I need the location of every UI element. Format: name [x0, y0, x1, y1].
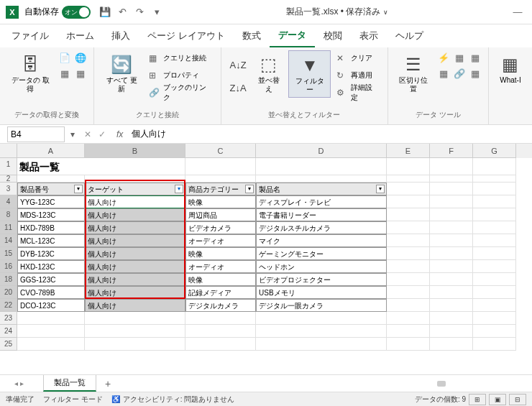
menu-file[interactable]: ファイル	[3, 25, 58, 47]
formula-input[interactable]: 個人向け	[127, 128, 532, 140]
cell[interactable]: ビデオプロジェクター	[256, 273, 387, 286]
reapply-button[interactable]: ↻再適用	[334, 68, 381, 83]
col-header[interactable]: E	[387, 144, 430, 158]
what-if-button[interactable]: ▦ What-I	[495, 50, 526, 88]
col-header[interactable]: C	[185, 144, 256, 158]
row-header[interactable]: 3	[0, 183, 17, 195]
queries-button[interactable]: ▦クエリと接続	[146, 50, 215, 66]
consolidate-icon[interactable]: ▦	[436, 66, 451, 80]
cell[interactable]: 記録メディア	[185, 286, 256, 299]
row-header[interactable]: 8	[0, 208, 17, 221]
cell[interactable]: 個人向け	[85, 195, 185, 208]
cell[interactable]: デジタルスチルカメラ	[256, 221, 387, 234]
menu-formulas[interactable]: 数式	[234, 25, 270, 47]
enter-icon[interactable]: ✓	[95, 129, 109, 139]
cell[interactable]: ディスプレイ・テレビ	[256, 195, 387, 208]
col-header[interactable]: B	[85, 144, 185, 158]
clear-button[interactable]: ✕クリア	[334, 50, 381, 66]
undo-icon[interactable]: ↶	[115, 5, 129, 19]
flash-fill-icon[interactable]: ⚡	[436, 50, 451, 65]
row-header[interactable]: 18	[0, 273, 17, 286]
cell[interactable]: 映像	[185, 247, 256, 260]
refresh-all-button[interactable]: 🔄 すべて 更新	[100, 50, 143, 96]
cell[interactable]: DCO-123C	[17, 299, 85, 312]
cell[interactable]: 個人向け	[85, 208, 185, 221]
filter-header[interactable]: 製品名▾	[256, 183, 387, 195]
page-layout-view-icon[interactable]: ▣	[489, 394, 506, 405]
cell[interactable]: GGS-123C	[17, 273, 85, 286]
cell[interactable]: 個人向け	[85, 260, 185, 273]
select-all-corner[interactable]	[0, 144, 17, 158]
scroll-thumb[interactable]	[437, 381, 446, 387]
cell[interactable]: 映像	[185, 195, 256, 208]
col-header[interactable]: A	[17, 144, 85, 158]
sort-button[interactable]: ⬚ 並べ替え	[252, 50, 285, 96]
recent-sources-icon[interactable]: ▦	[73, 66, 88, 80]
col-header[interactable]: D	[256, 144, 387, 158]
from-table-icon[interactable]: ▦	[58, 66, 72, 80]
name-box-dropdown-icon[interactable]: ▾	[68, 129, 78, 139]
cell[interactable]: 映像	[185, 273, 256, 286]
row-header[interactable]: 16	[0, 260, 17, 273]
cell[interactable]: 周辺商品	[185, 208, 256, 221]
cell[interactable]: YYG-123C	[17, 195, 85, 208]
menu-page-layout[interactable]: ページ レイアウト	[139, 25, 234, 47]
cell[interactable]: 個人向け	[85, 221, 185, 234]
cell[interactable]: 個人向け	[85, 286, 185, 299]
menu-insert[interactable]: 挿入	[103, 25, 139, 47]
cell[interactable]: 個人向け	[85, 234, 185, 247]
normal-view-icon[interactable]: ⊞	[469, 394, 486, 405]
cell[interactable]: 個人向け	[85, 299, 185, 312]
cell[interactable]: MDS-123C	[17, 208, 85, 221]
fx-icon[interactable]: fx	[112, 129, 127, 139]
filter-header[interactable]: 製品番号▾	[17, 183, 85, 195]
row-header[interactable]: 14	[0, 234, 17, 247]
advanced-button[interactable]: ⚙詳細設定	[334, 85, 381, 101]
autosave-toggle[interactable]: オン	[62, 6, 91, 19]
col-header[interactable]: F	[430, 144, 473, 158]
cell[interactable]: オーディオ	[185, 260, 256, 273]
row-header[interactable]: 15	[0, 247, 17, 260]
text-to-columns-button[interactable]: ☰ 区切り位置	[394, 50, 434, 96]
cell[interactable]: 製品一覧	[17, 158, 185, 175]
row-header[interactable]: 25	[0, 338, 17, 351]
cell[interactable]: ヘッドホン	[256, 260, 387, 273]
relationships-icon[interactable]: 🔗	[452, 66, 467, 80]
cell[interactable]: USBメモリ	[256, 286, 387, 299]
minimize-icon[interactable]: —	[510, 5, 525, 19]
cell[interactable]: ビデオカメラ	[185, 221, 256, 234]
menu-help[interactable]: ヘルプ	[387, 25, 432, 47]
cell[interactable]: マイク	[256, 234, 387, 247]
name-box[interactable]: B4	[7, 126, 65, 142]
col-header[interactable]: G	[473, 144, 516, 158]
cell[interactable]: HXD-123C	[17, 260, 85, 273]
from-web-icon[interactable]: 🌐	[73, 50, 88, 65]
filter-header[interactable]: ターゲット▾	[85, 183, 185, 195]
sheet-tab[interactable]: 製品一覧	[43, 375, 96, 392]
save-icon[interactable]: 💾	[98, 5, 112, 19]
row-header[interactable]: 24	[0, 325, 17, 338]
filter-button[interactable]: ▼ フィルター	[288, 50, 331, 98]
manage-data-icon[interactable]: ▦	[468, 66, 482, 80]
data-val-icon[interactable]: ▦	[468, 50, 482, 65]
page-break-view-icon[interactable]: ⊟	[509, 394, 526, 405]
qat-dropdown-icon[interactable]: ▾	[150, 5, 164, 19]
sort-asc-button[interactable]: A↓Z Z↓A	[227, 50, 249, 102]
row-header[interactable]: 11	[0, 221, 17, 234]
redo-icon[interactable]: ↷	[132, 5, 147, 19]
cell[interactable]: デジタルカメラ	[185, 299, 256, 312]
cell[interactable]: オーディオ	[185, 234, 256, 247]
row-header[interactable]: 22	[0, 299, 17, 312]
tab-nav-icon[interactable]: ◂ ▸	[10, 379, 28, 387]
cell[interactable]: 個人向け	[85, 273, 185, 286]
cell[interactable]: HXD-789B	[17, 221, 85, 234]
row-header[interactable]: 20	[0, 286, 17, 299]
edit-links-button[interactable]: 🔗ブックのリンク	[146, 85, 215, 101]
filter-header[interactable]: 商品カテゴリー▾	[185, 183, 256, 195]
cell[interactable]: DYB-123C	[17, 247, 85, 260]
menu-review[interactable]: 校閲	[315, 25, 351, 47]
cell[interactable]: ゲーミングモニター	[256, 247, 387, 260]
cell[interactable]: 個人向け	[85, 247, 185, 260]
menu-view[interactable]: 表示	[351, 25, 387, 47]
cell[interactable]: MCL-123C	[17, 234, 85, 247]
